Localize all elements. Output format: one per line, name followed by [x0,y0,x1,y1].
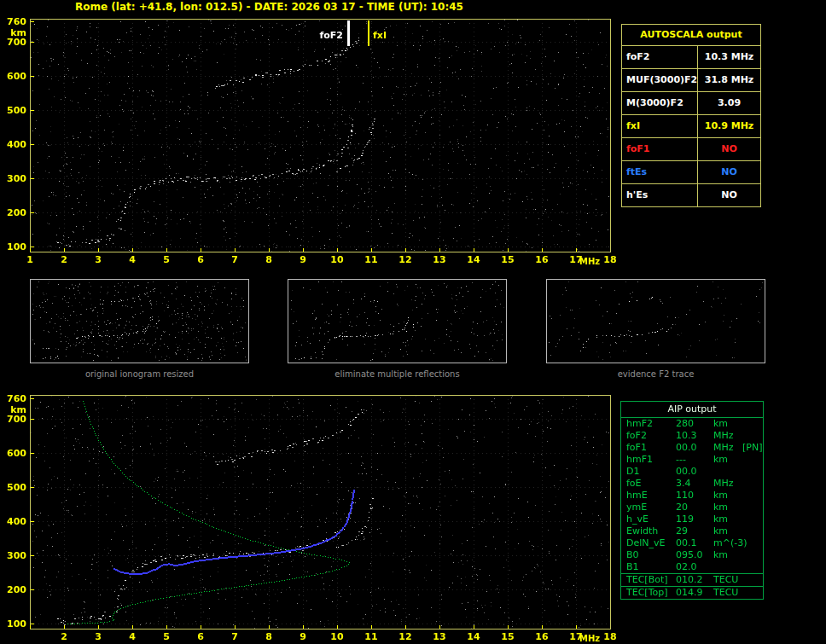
table-row: hmF2 280 km [621,418,763,430]
table-row: foF2 10.3 MHz [622,46,760,69]
aip-unit: km [713,490,763,502]
table-row: h_vE 119 km [621,513,763,525]
autoscala-table-header: AUTOSCALA output [622,25,760,46]
aip-param: B0 [626,549,676,561]
aip-unit: m^(-3) [713,537,763,549]
aip-value: 3.4 [676,478,713,490]
aip-param: B1 [626,561,676,573]
table-row: h'Es NO [622,184,760,206]
aip-value: 29 [676,525,713,537]
table-row: ymE 20 km [621,502,763,513]
aip-param: TEC[Top] [626,587,676,599]
table-row: foE 3.4 MHz [621,478,763,490]
aip-unit: MHz [713,478,763,490]
table-row: D1 00.0 [621,466,763,478]
table-row: MUF(3000)F2 31.8 MHz [622,69,760,92]
profile-ionogram-plot [0,389,621,644]
aip-value: 02.0 [676,561,713,573]
table-row: hmE 110 km [621,490,763,502]
aip-unit: MHz [PN] [713,442,763,454]
thumbnail-eliminate-reflections [288,279,507,363]
table-row: foF2 10.3 MHz [621,430,763,442]
autoscala-param: ftEs [622,161,698,183]
table-row: fxI 10.9 MHz [622,115,760,138]
aip-unit: TECU [713,587,763,599]
aip-unit: km [713,418,763,430]
thumbnail-original-ionogram [30,279,249,363]
aip-unit [713,561,763,573]
aip-unit: TECU [713,574,763,586]
aip-value: 014.9 [676,587,713,599]
aip-param: foF2 [626,430,676,442]
table-row: DelN_vE 00.1 m^(-3) [621,537,763,549]
autoscala-value: 3.09 [698,92,760,114]
aip-param: foE [626,478,676,490]
aip-value: 280 [676,418,713,430]
aip-unit: MHz [713,430,763,442]
table-row: TEC[Bot] 010.2 TECU [621,573,763,586]
autoscala-app-window: Rome (lat: +41.8, lon: 012.5) - DATE: 20… [0,0,826,644]
table-row: B1 02.0 [621,561,763,573]
station-date-title: Rome (lat: +41.8, lon: 012.5) - DATE: 20… [75,1,463,13]
aip-unit: km [713,525,763,537]
aip-value: 119 [676,513,713,525]
aip-unit: km [713,454,763,466]
aip-param: hmE [626,490,676,502]
aip-param: Ewidth [626,525,676,537]
table-row: M(3000)F2 3.09 [622,92,760,115]
table-row: Ewidth 29 km [621,525,763,537]
autoscala-param: M(3000)F2 [622,92,698,114]
aip-output-table: AIP output hmF2 280 km foF2 10.3 MHz foF… [620,401,764,600]
aip-param: DelN_vE [626,537,676,549]
aip-param: D1 [626,466,676,478]
aip-unit: km [713,502,763,513]
table-row: hmF1 --- km [621,454,763,466]
table-row: B0 095.0 km [621,549,763,561]
autoscala-param: h'Es [622,184,698,206]
autoscala-param: MUF(3000)F2 [622,69,698,91]
autoscala-value: 31.8 MHz [698,69,760,91]
aip-value: 00.0 [676,442,713,454]
aip-unit [713,466,763,478]
aip-value: 095.0 [676,549,713,561]
aip-value: 00.0 [676,466,713,478]
aip-value: 10.3 [676,430,713,442]
thumbnail-evidence-f2-trace [546,279,765,363]
aip-value: 20 [676,502,713,513]
aip-unit: km [713,549,763,561]
autoscala-value: NO [698,138,760,160]
thumbnail-caption: evidence F2 trace [546,369,765,379]
table-row: TEC[Top] 014.9 TECU [621,586,763,599]
aip-unit: km [713,513,763,525]
aip-param: TEC[Bot] [626,574,676,586]
autoscala-output-table: AUTOSCALA output foF2 10.3 MHz MUF(3000)… [621,24,761,207]
aip-param: hmF1 [626,454,676,466]
aip-value: 00.1 [676,537,713,549]
autoscala-value: 10.9 MHz [698,115,760,137]
aip-value: --- [676,454,713,466]
table-row: foF1 00.0 MHz [PN] [621,442,763,454]
autoscaled-ionogram-plot [0,14,621,270]
autoscala-param: foF1 [622,138,698,160]
aip-param: h_vE [626,513,676,525]
autoscala-value: NO [698,184,760,206]
aip-table-header: AIP output [621,402,763,418]
autoscala-value: 10.3 MHz [698,46,760,68]
aip-value: 110 [676,490,713,502]
autoscala-value: NO [698,161,760,183]
aip-param: foF1 [626,442,676,454]
aip-param: ymE [626,502,676,513]
aip-value: 010.2 [676,574,713,586]
aip-param: hmF2 [626,418,676,430]
autoscala-param: foF2 [622,46,698,68]
thumbnail-caption: eliminate multiple reflections [288,369,507,379]
thumbnail-caption: original ionogram resized [30,369,249,379]
table-row: foF1 NO [622,138,760,161]
autoscala-param: fxI [622,115,698,137]
table-row: ftEs NO [622,161,760,184]
